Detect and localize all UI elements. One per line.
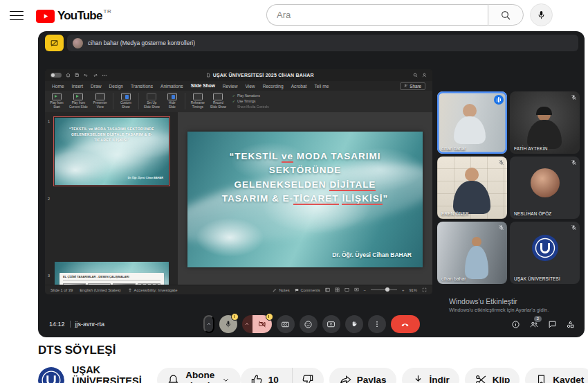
slide-thumbnail-2[interactable]: EL ÇİZİMİ TASARIMLAR - DESEN ÇALIŞMALARI… bbox=[55, 262, 169, 285]
watermark-subtitle: Windows'u etkinleştirmek için Ayarlar'a … bbox=[449, 307, 549, 313]
ppt-tab-slide-show[interactable]: Slide Show bbox=[191, 81, 215, 91]
zoom-level[interactable]: 91% bbox=[409, 288, 417, 292]
check-play-narrations[interactable]: ✓Play Narrations bbox=[232, 93, 269, 98]
comments-button[interactable]: Comments bbox=[295, 288, 320, 292]
camera-toggle-button[interactable] bbox=[252, 315, 272, 333]
ppt-tab-tell-me[interactable]: Tell me bbox=[314, 81, 329, 91]
search-button[interactable] bbox=[488, 4, 524, 26]
camera-control[interactable] bbox=[242, 315, 272, 333]
ribbon-presenter-view[interactable]: Presenter View bbox=[93, 91, 108, 111]
thumb1-author: Dr. Öğr. Üyesi Cihan BAHAR bbox=[128, 177, 163, 179]
slide-thumbnail-panel[interactable]: 1 “TEKSTİL ve MODA TASARIMI SEKTÖRÜNDE G… bbox=[45, 112, 178, 285]
zoom-out-button[interactable]: − bbox=[364, 288, 366, 292]
chevron-down-icon bbox=[221, 375, 231, 383]
meeting-details-button[interactable] bbox=[511, 320, 520, 329]
ppt-tab-review[interactable]: Review bbox=[223, 81, 238, 91]
zoom-slider[interactable] bbox=[371, 290, 397, 291]
tile-fatih-aytekin[interactable]: FATİH AYTEKİN bbox=[510, 91, 580, 154]
ribbon-play-current[interactable]: Play from Current Slide bbox=[69, 91, 88, 111]
presenter-tools-icon[interactable] bbox=[422, 73, 427, 78]
channel-name[interactable]: UŞAK ÜNİVERSİTESİ bbox=[72, 364, 142, 383]
ppt-tab-insert[interactable]: Insert bbox=[72, 81, 84, 91]
subscribed-button[interactable]: Abone olundu bbox=[157, 368, 241, 383]
notes-button[interactable]: Notes bbox=[273, 288, 289, 292]
play-current-icon bbox=[73, 93, 83, 100]
download-button[interactable]: İndir bbox=[402, 368, 459, 383]
clip-button[interactable]: Klip bbox=[465, 368, 520, 383]
more-options-button[interactable] bbox=[368, 315, 386, 333]
ribbon-record-slideshow[interactable]: Record Slide Show bbox=[210, 91, 226, 111]
save-button[interactable]: Kaydet bbox=[525, 368, 588, 383]
raise-hand-button[interactable] bbox=[345, 315, 363, 333]
ppt-tab-acrobat[interactable]: Acrobat bbox=[291, 81, 307, 91]
ppt-tab-animations[interactable]: Animations bbox=[160, 81, 183, 91]
participant-name: UŞAK ÜNİVERSİTESİ bbox=[514, 276, 560, 281]
voice-search-button[interactable] bbox=[530, 3, 553, 26]
chat-button[interactable] bbox=[548, 320, 557, 329]
accessibility-status[interactable]: Accessibility: Investigate bbox=[128, 288, 178, 292]
presenter-banner-pill[interactable]: cihan bahar (Medya gösterme kontrolleri) bbox=[67, 35, 578, 51]
menu-icon[interactable] bbox=[10, 11, 24, 21]
camera-options-button[interactable] bbox=[242, 315, 252, 333]
youtube-logo[interactable]: YouTube TR bbox=[36, 8, 111, 23]
language-status[interactable]: English (United States) bbox=[80, 288, 120, 292]
undo-icon[interactable] bbox=[84, 73, 89, 78]
end-call-button[interactable] bbox=[391, 315, 420, 333]
thumbs-down-icon bbox=[301, 373, 314, 383]
participant-count-badge: 2 bbox=[534, 316, 542, 322]
reading-view-icon[interactable] bbox=[344, 287, 349, 292]
more-horizontal-icon[interactable] bbox=[102, 73, 107, 78]
ppt-tab-draw[interactable]: Draw bbox=[91, 81, 101, 91]
tile-usak-universitesi[interactable]: UŞAK ÜNİVERSİTESİ bbox=[510, 222, 580, 284]
video-player[interactable]: cihan bahar (Medya gösterme kontrolleri)… bbox=[38, 31, 585, 337]
ribbon-custom-show[interactable]: Custom Show bbox=[118, 91, 134, 111]
slideshow-view-icon[interactable] bbox=[354, 287, 359, 292]
search-input[interactable] bbox=[266, 4, 488, 26]
check-use-timings[interactable]: ✓Use Timings bbox=[232, 99, 269, 103]
warning-badge bbox=[231, 313, 239, 321]
dislike-button[interactable] bbox=[292, 368, 324, 383]
ppt-search-icon[interactable] bbox=[413, 73, 418, 78]
ribbon-play-from-start[interactable]: Play from Start bbox=[49, 91, 64, 111]
ppt-tab-transitions[interactable]: Transitions bbox=[131, 81, 153, 91]
channel-avatar[interactable] bbox=[38, 367, 64, 383]
powerpoint-window[interactable]: UŞAK ÜNİVERSİTESİ 2025 CİHAN BAHAR Home … bbox=[45, 69, 432, 294]
fit-slide-icon[interactable] bbox=[422, 287, 427, 292]
ribbon-hide-slide[interactable]: Hide Slide bbox=[165, 91, 180, 111]
tile-neslihan-opoz[interactable]: NESLİHAN ÖPÖZ bbox=[510, 157, 580, 219]
redo-icon[interactable] bbox=[93, 73, 98, 78]
home-icon[interactable] bbox=[66, 73, 71, 78]
ribbon-rehearse-timings[interactable]: Rehearse Timings bbox=[190, 91, 205, 111]
activities-button[interactable] bbox=[566, 320, 575, 329]
check-show-media-controls[interactable]: ✓Show Media Controls bbox=[232, 105, 269, 109]
normal-view-icon[interactable] bbox=[325, 287, 330, 292]
slide-thumbnail-1[interactable]: “TEKSTİL ve MODA TASARIMI SEKTÖRÜNDE GEL… bbox=[55, 118, 169, 185]
zoom-in-button[interactable]: + bbox=[402, 288, 404, 292]
people-button[interactable]: 2 bbox=[529, 320, 539, 329]
ppt-tab-view[interactable]: View bbox=[245, 81, 255, 91]
present-button[interactable] bbox=[322, 315, 340, 333]
tile-cihan-bahar-1[interactable]: cihan bahar bbox=[437, 91, 507, 154]
ppt-tab-home[interactable]: Home bbox=[52, 81, 64, 91]
ppt-share-button[interactable]: Share bbox=[400, 82, 425, 90]
captions-button[interactable] bbox=[277, 315, 295, 333]
check-icon: ✓ bbox=[232, 99, 235, 103]
presentation-indicator[interactable] bbox=[45, 35, 64, 51]
slide-canvas[interactable]: “TEKSTİL ve MODA TASARIMI SEKTÖRÜNDE GEL… bbox=[178, 112, 432, 285]
tile-cihan-bahar-2[interactable]: cihan bahar bbox=[437, 222, 507, 284]
slide-sorter-icon[interactable] bbox=[335, 287, 340, 292]
ppt-tab-recording[interactable]: Recording bbox=[263, 81, 284, 91]
tile-eren-oner[interactable]: EREN ÖNER bbox=[437, 157, 507, 219]
ribbon-setup-slideshow[interactable]: Set Up Slide Show bbox=[144, 91, 160, 111]
channel-meta[interactable]: UŞAK ÜNİVERSİTESİ 3,35 B abone bbox=[72, 364, 142, 383]
autosave-toggle[interactable] bbox=[50, 73, 62, 78]
mic-options-button[interactable] bbox=[203, 315, 214, 333]
watermark-title: Windows'u Etkinleştir bbox=[449, 297, 549, 305]
university-logo bbox=[531, 234, 559, 262]
like-button[interactable]: 10 bbox=[241, 368, 287, 383]
reactions-button[interactable] bbox=[300, 315, 318, 333]
save-icon[interactable] bbox=[75, 73, 80, 78]
share-button[interactable]: Paylaş bbox=[329, 368, 396, 383]
mic-toggle-button[interactable] bbox=[219, 315, 237, 333]
ppt-tab-design[interactable]: Design bbox=[109, 81, 123, 91]
